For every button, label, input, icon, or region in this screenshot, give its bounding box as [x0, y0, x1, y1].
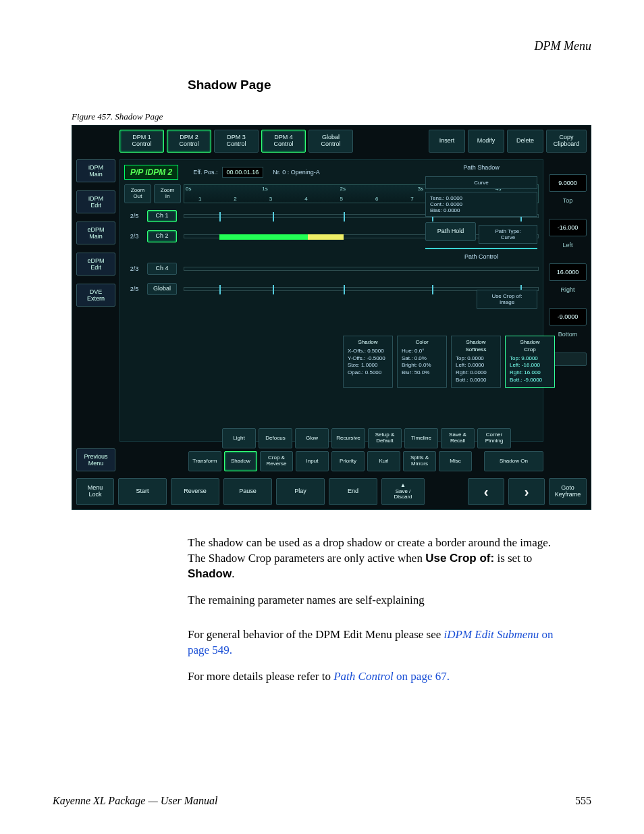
crop-reverse-button[interactable]: Crop & Reverse: [260, 451, 293, 471]
tl-n2: 2: [234, 196, 236, 202]
prev-keyframe-button[interactable]: ‹: [468, 478, 504, 505]
splits-mirrors-button[interactable]: Splits & Mirrors: [403, 451, 436, 471]
ch1-button[interactable]: Ch 1: [147, 210, 177, 222]
zoom-in-button[interactable]: Zoom In: [154, 184, 181, 203]
curve-values: Tens.: 0.0000 Cont.: 0.0000 Bias: 0.0000: [425, 192, 537, 217]
path-type-box[interactable]: Path Type: Curve: [479, 225, 537, 244]
global-control-button[interactable]: Global Control: [308, 130, 353, 153]
previous-menu-button[interactable]: Previous Menu: [76, 448, 115, 471]
delete-button[interactable]: Delete: [507, 130, 543, 153]
top-value[interactable]: 9.0000: [549, 174, 587, 192]
panel-shadow-title: Shadow: [348, 339, 388, 346]
footer-title: Kayenne XL Package — User Manual: [53, 795, 218, 807]
timeline-button[interactable]: Timeline: [404, 428, 438, 448]
input-button[interactable]: Input: [296, 451, 329, 471]
tl-n5: 5: [340, 196, 343, 202]
tl-3s: 3s: [418, 186, 423, 192]
misc-button[interactable]: Misc: [439, 451, 472, 471]
end-button[interactable]: End: [329, 478, 377, 505]
page-footer: Kayenne XL Package — User Manual 555: [53, 795, 591, 807]
crop-bottom: Bott.: -9.0000: [510, 377, 550, 384]
xoffs: X-Offs.: 0.5000: [348, 348, 388, 355]
panel-shadow: Shadow X-Offs.: 0.5000 Y-Offs.: -0.5000 …: [343, 336, 393, 388]
p1b: Use Crop of:: [425, 552, 494, 565]
panel-shadow-softness: Shadow Softness Top: 0.0000 Left: 0.0000…: [451, 336, 501, 388]
dpm1-control-button[interactable]: DPM 1 Control: [119, 130, 164, 153]
top-label: Top: [549, 194, 587, 207]
para-3: For general behavior of the DPM Edit Men…: [188, 627, 566, 658]
pause-button[interactable]: Pause: [223, 478, 272, 505]
global-ch-button[interactable]: Global: [147, 283, 177, 295]
use-crop-box[interactable]: Use Crop of: Image: [477, 290, 537, 309]
effpos-value[interactable]: 00.00.01.16: [222, 167, 264, 178]
tl-n7: 7: [410, 196, 413, 202]
edpm-edit-button[interactable]: eDPM Edit: [76, 253, 115, 276]
idpm-edit-button[interactable]: iDPM Edit: [76, 190, 115, 213]
right-value-column: 9.0000 Top -16.000 Left 16.0000 Right -9…: [549, 159, 587, 471]
panel-shadow-crop: Shadow Crop Top: 9.0000 Left: -16.000 Rg…: [505, 336, 555, 388]
copy-clipboard-button[interactable]: Copy Clipboard: [546, 130, 587, 153]
dpm4-control-button[interactable]: DPM 4 Control: [261, 130, 306, 153]
para-1: The shadow can be used as a drop shadow …: [188, 536, 566, 582]
link-idpm-edit-submenu[interactable]: iDPM Edit Submenu: [444, 628, 539, 641]
right-value[interactable]: 16.0000: [549, 263, 587, 281]
chg-count: 2/5: [124, 286, 144, 292]
link-path-control[interactable]: Path Control: [333, 670, 394, 683]
left-nav: iDPM Main iDPM Edit eDPM Main eDPM Edit …: [76, 159, 115, 471]
tl-n3: 3: [269, 196, 272, 202]
save-recall-button[interactable]: Save & Recall: [441, 428, 475, 448]
blur: Blur: 50.0%: [402, 369, 442, 377]
modify-button[interactable]: Modify: [468, 130, 504, 153]
tl-1s: 1s: [262, 186, 267, 192]
save-discard-button[interactable]: ▲ Save / Discard: [381, 478, 425, 505]
bright: Bright: 0.0%: [402, 362, 442, 369]
top-button-row: DPM 1 Control DPM 2 Control DPM 3 Contro…: [119, 130, 587, 153]
path-hold-button[interactable]: Path Hold: [425, 222, 476, 241]
corner-pinning-button[interactable]: Corner Pinning: [477, 428, 511, 448]
shadow-on-button[interactable]: Shadow On: [484, 451, 543, 471]
dpm2-control-button[interactable]: DPM 2 Control: [167, 130, 211, 153]
light-button[interactable]: Light: [222, 428, 256, 448]
chevron-left-icon: ‹: [484, 484, 489, 499]
dpm3-control-button[interactable]: DPM 3 Control: [214, 130, 259, 153]
panel-crop-title: Shadow Crop: [510, 339, 550, 354]
ch4-button[interactable]: Ch 4: [147, 263, 177, 275]
next-keyframe-button[interactable]: ›: [508, 478, 545, 505]
left-value[interactable]: -16.000: [549, 219, 587, 236]
path-area: Path Shadow Curve Tens.: 0.0000 Cont.: 0…: [425, 164, 537, 309]
reverse-button[interactable]: Reverse: [171, 478, 219, 505]
nr-label: Nr. 0 : Opening-A: [273, 169, 320, 176]
ch1-count: 2/5: [124, 213, 144, 219]
recursive-button[interactable]: Recursive: [331, 428, 365, 448]
defocus-button[interactable]: Defocus: [259, 428, 292, 448]
crop-right: Rght: 16.000: [510, 369, 550, 377]
zoom-out-button[interactable]: Zoom Out: [124, 184, 151, 203]
edpm-main-button[interactable]: eDPM Main: [76, 221, 115, 244]
goto-keyframe-button[interactable]: Goto Keyframe: [549, 478, 587, 505]
opac: Opac.: 0.5000: [348, 369, 388, 377]
ch2-button[interactable]: Ch 2: [147, 230, 177, 242]
setup-default-button[interactable]: Setup & Default: [368, 428, 402, 448]
insert-button[interactable]: Insert: [429, 130, 465, 153]
button-rows: Light Defocus Glow Recursive Setup & Def…: [119, 425, 543, 471]
kurl-button[interactable]: Kurl: [367, 451, 400, 471]
soft-right: Rght: 0.0000: [456, 369, 496, 377]
p1c: is set to: [494, 552, 532, 565]
tens-line: Tens.: 0.0000: [430, 195, 533, 201]
play-button[interactable]: Play: [276, 478, 325, 505]
path-control-label: Path Control: [425, 253, 537, 260]
start-button[interactable]: Start: [118, 478, 167, 505]
panel-softness-title: Shadow Softness: [456, 339, 496, 354]
main-area: P/P iDPM 2 Eff. Pos.: 00.00.01.16 Nr. 0 …: [119, 159, 543, 442]
soft-top: Top: 0.0000: [456, 355, 496, 363]
menu-lock-button[interactable]: Menu Lock: [76, 478, 114, 505]
dve-extern-button[interactable]: DVE Extern: [76, 284, 115, 307]
idpm-main-button[interactable]: iDPM Main: [76, 159, 115, 182]
glow-button[interactable]: Glow: [295, 428, 329, 448]
shadow-tab-button[interactable]: Shadow: [224, 451, 257, 471]
transform-button[interactable]: Transform: [188, 451, 221, 471]
priority-button[interactable]: Priority: [331, 451, 365, 471]
footer-page-number: 555: [575, 795, 591, 807]
bottom-value[interactable]: -9.0000: [549, 308, 587, 325]
figure-caption: Figure 457. Shadow Page: [72, 111, 591, 122]
